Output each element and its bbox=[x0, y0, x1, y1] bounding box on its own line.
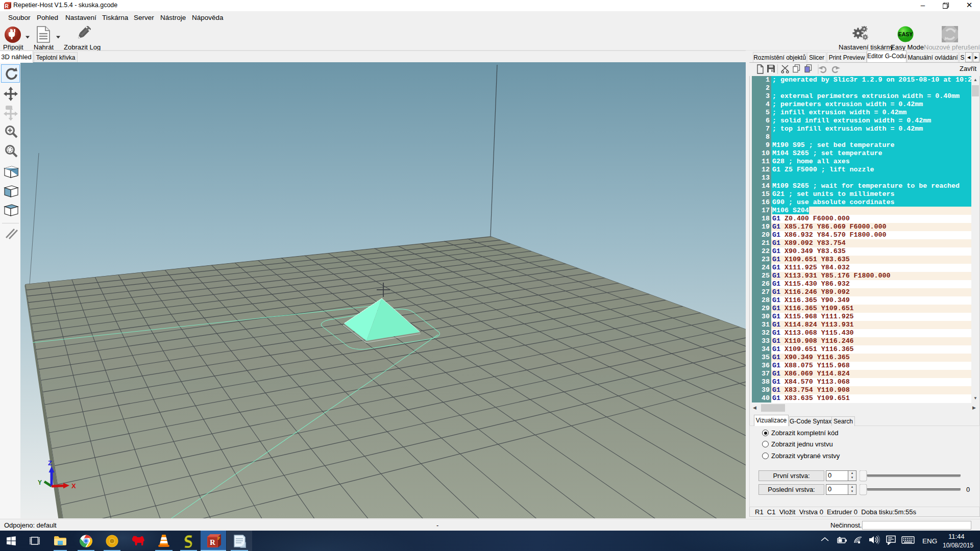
svg-text:R: R bbox=[210, 538, 215, 546]
svg-text:R: R bbox=[5, 4, 9, 9]
svg-text:Y: Y bbox=[38, 479, 42, 486]
svg-text:X: X bbox=[71, 482, 76, 490]
svg-text:Z: Z bbox=[48, 459, 52, 467]
svg-text:EASY: EASY bbox=[898, 31, 913, 37]
svg-text:P: P bbox=[217, 536, 220, 541]
